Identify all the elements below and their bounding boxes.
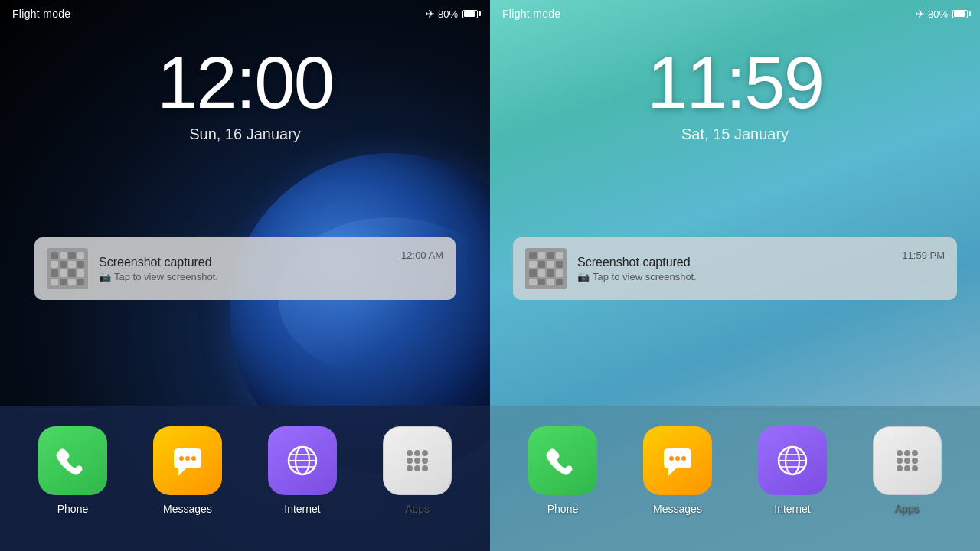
svg-point-11	[414, 450, 420, 456]
right-airplane-icon: ✈	[916, 8, 925, 20]
right-flight-mode: Flight mode	[502, 8, 560, 20]
left-notif-camera-icon: 📷	[99, 271, 111, 282]
right-status-icons: ✈ 80%	[916, 8, 968, 20]
left-battery-icon	[462, 10, 478, 18]
right-messages-svg	[658, 441, 697, 481]
left-phone: Flight mode ✈ 80% 12:00 Sun, 16 January …	[0, 0, 490, 551]
svg-point-13	[407, 458, 413, 464]
left-battery-text: 80%	[438, 8, 458, 20]
right-battery-icon	[952, 10, 968, 18]
svg-point-21	[669, 456, 674, 461]
svg-point-32	[897, 458, 903, 464]
svg-marker-20	[668, 468, 676, 476]
svg-point-4	[191, 456, 196, 461]
left-notif-title: Screenshot captured	[99, 256, 390, 269]
left-dock-apps[interactable]: Apps	[383, 426, 452, 515]
svg-point-16	[407, 465, 413, 471]
left-clock-time: 12:00	[0, 46, 490, 119]
svg-point-22	[675, 456, 680, 461]
right-messages-label: Messages	[653, 503, 702, 515]
left-dock-internet[interactable]: Internet	[268, 426, 337, 515]
right-phone: Flight mode ✈ 80% 11:59 Sat, 15 January …	[490, 0, 980, 551]
right-messages-icon[interactable]	[643, 426, 712, 495]
left-internet-label: Internet	[284, 503, 320, 515]
right-dock-internet[interactable]: Internet	[758, 426, 827, 515]
right-dock-messages[interactable]: Messages	[643, 426, 712, 515]
right-internet-icon[interactable]	[758, 426, 827, 495]
right-clock-date: Sat, 15 January	[490, 126, 980, 143]
svg-marker-1	[178, 468, 186, 476]
right-status-bar: Flight mode ✈ 80%	[490, 0, 980, 28]
apps-svg	[397, 441, 437, 481]
left-messages-label: Messages	[163, 503, 212, 515]
right-notif-thumb	[525, 248, 567, 289]
right-clock-area: 11:59 Sat, 15 January	[490, 46, 980, 143]
right-notif-body: 📷 Tap to view screenshot.	[577, 271, 891, 282]
left-internet-icon[interactable]	[268, 426, 337, 495]
svg-point-3	[185, 456, 190, 461]
airplane-icon: ✈	[426, 8, 435, 20]
svg-point-23	[681, 456, 686, 461]
left-notif-time: 12:00 AM	[401, 249, 443, 261]
left-clock-date: Sun, 16 January	[0, 126, 490, 143]
left-notif-body: 📷 Tap to view screenshot.	[99, 271, 390, 282]
left-apps-label: Apps	[405, 503, 430, 515]
right-dock: Phone Messages	[490, 406, 980, 551]
right-dock-phone[interactable]: Phone	[528, 426, 597, 515]
left-dock: Phone Messages	[0, 406, 490, 551]
svg-point-12	[422, 450, 428, 456]
phone-svg	[53, 441, 93, 481]
svg-point-34	[912, 458, 918, 464]
right-apps-svg	[887, 441, 927, 481]
svg-point-30	[904, 450, 910, 456]
svg-point-35	[897, 465, 903, 471]
svg-point-2	[179, 456, 184, 461]
svg-point-33	[904, 458, 910, 464]
right-notif-title: Screenshot captured	[577, 256, 891, 269]
right-phone-label: Phone	[547, 503, 578, 515]
right-clock-time: 11:59	[490, 46, 980, 119]
left-messages-icon[interactable]	[153, 426, 222, 495]
right-notif-body-text: Tap to view screenshot.	[593, 271, 697, 282]
right-apps-icon[interactable]	[873, 426, 942, 495]
right-notif-time: 11:59 PM	[902, 249, 945, 261]
svg-point-10	[407, 450, 413, 456]
left-notification[interactable]: Screenshot captured 📷 Tap to view screen…	[34, 237, 456, 300]
left-dock-messages[interactable]: Messages	[153, 426, 222, 515]
right-phone-icon[interactable]	[528, 426, 597, 495]
svg-point-17	[414, 465, 420, 471]
svg-point-15	[422, 458, 428, 464]
right-battery-text: 80%	[928, 8, 948, 20]
right-dock-apps[interactable]: Apps	[873, 426, 942, 515]
svg-point-29	[897, 450, 903, 456]
svg-point-36	[904, 465, 910, 471]
svg-point-14	[414, 458, 420, 464]
left-phone-icon[interactable]	[38, 426, 107, 495]
left-notif-content: Screenshot captured 📷 Tap to view screen…	[99, 256, 390, 282]
left-status-bar: Flight mode ✈ 80%	[0, 0, 490, 28]
left-status-icons: ✈ 80%	[426, 8, 478, 20]
svg-point-18	[422, 465, 428, 471]
right-phone-svg	[543, 441, 583, 481]
messages-svg	[168, 441, 207, 481]
internet-svg	[283, 441, 322, 481]
right-internet-label: Internet	[774, 503, 810, 515]
right-apps-label: Apps	[895, 503, 920, 515]
left-phone-label: Phone	[57, 503, 88, 515]
left-notif-thumb	[47, 248, 88, 289]
left-notif-body-text: Tap to view screenshot.	[114, 271, 218, 282]
svg-point-31	[912, 450, 918, 456]
right-internet-svg	[773, 441, 812, 481]
left-dock-phone[interactable]: Phone	[38, 426, 107, 515]
right-notif-content: Screenshot captured 📷 Tap to view screen…	[577, 256, 891, 282]
left-apps-icon[interactable]	[383, 426, 452, 495]
svg-point-37	[912, 465, 918, 471]
left-flight-mode: Flight mode	[12, 8, 70, 20]
right-notification[interactable]: Screenshot captured 📷 Tap to view screen…	[513, 237, 957, 300]
right-notif-camera-icon: 📷	[577, 271, 590, 282]
left-clock-area: 12:00 Sun, 16 January	[0, 46, 490, 143]
